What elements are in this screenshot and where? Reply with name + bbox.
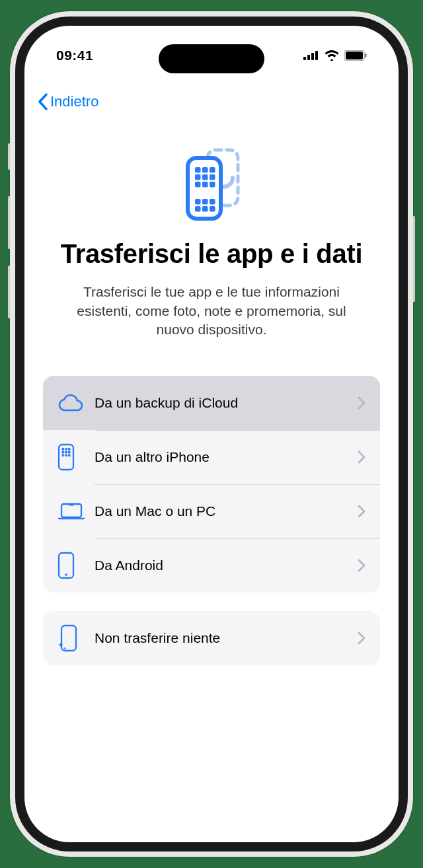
svg-rect-3 — [315, 51, 318, 60]
svg-rect-25 — [62, 448, 65, 451]
laptop-icon — [58, 502, 92, 521]
option-group-nothing: Non trasferire niente — [43, 611, 380, 665]
status-time: 09:41 — [56, 48, 93, 63]
chevron-right-icon — [358, 632, 365, 645]
svg-rect-27 — [68, 448, 71, 451]
wifi-icon — [325, 50, 339, 61]
phone-frame: 09:41 — [10, 11, 413, 857]
phone-bezel: 09:41 — [15, 17, 408, 851]
dynamic-island — [159, 44, 264, 73]
battery-icon — [344, 50, 367, 61]
svg-rect-13 — [202, 174, 208, 180]
svg-rect-19 — [202, 199, 208, 205]
svg-rect-16 — [202, 182, 208, 188]
cloud-icon — [58, 394, 92, 412]
svg-rect-30 — [68, 451, 71, 454]
svg-rect-11 — [210, 167, 215, 173]
iphone-icon — [58, 443, 92, 471]
option-android[interactable]: Da Android — [43, 538, 380, 593]
svg-rect-18 — [195, 199, 201, 205]
svg-rect-35 — [69, 504, 74, 506]
option-icloud-backup[interactable]: Da un backup di iCloud — [43, 376, 380, 430]
back-button[interactable]: Indietro — [38, 93, 98, 110]
option-label: Da Android — [92, 558, 358, 573]
svg-rect-14 — [210, 174, 215, 180]
svg-rect-28 — [62, 451, 65, 454]
android-phone-icon — [58, 552, 92, 579]
screen: 09:41 — [24, 26, 399, 842]
svg-rect-34 — [61, 504, 81, 517]
options-container: Da un backup di iCloud — [24, 339, 399, 665]
volume-down-button — [8, 266, 10, 318]
option-label: Da un backup di iCloud — [92, 395, 358, 411]
back-label: Indietro — [50, 93, 98, 110]
cellular-signal-icon — [303, 51, 319, 60]
svg-rect-15 — [195, 182, 201, 188]
svg-rect-31 — [62, 454, 65, 457]
transfer-hero-icon — [24, 117, 399, 238]
option-another-iphone[interactable]: Da un altro iPhone — [43, 430, 380, 484]
svg-rect-12 — [195, 174, 201, 180]
svg-rect-32 — [65, 454, 67, 457]
nav-bar: Indietro — [24, 72, 399, 117]
svg-rect-10 — [202, 167, 208, 173]
silent-switch — [8, 143, 10, 170]
svg-rect-29 — [65, 451, 67, 454]
svg-point-38 — [65, 573, 67, 576]
svg-rect-1 — [307, 55, 310, 60]
option-label: Da un Mac o un PC — [92, 503, 358, 519]
chevron-right-icon — [358, 505, 365, 518]
page-title: Trasferisci le app e i dati — [24, 238, 399, 270]
svg-rect-21 — [195, 206, 201, 212]
option-label: Non trasferire niente — [92, 630, 358, 646]
svg-rect-20 — [210, 199, 215, 205]
svg-rect-9 — [195, 167, 201, 173]
svg-rect-6 — [365, 54, 367, 57]
page-subtitle: Trasferisci le tue app e le tue informaz… — [24, 270, 399, 339]
svg-rect-22 — [202, 206, 208, 212]
svg-rect-23 — [210, 206, 215, 212]
chevron-right-icon — [358, 559, 365, 572]
svg-rect-5 — [346, 52, 363, 59]
chevron-right-icon — [358, 396, 365, 410]
svg-rect-17 — [210, 182, 215, 188]
option-group-sources: Da un backup di iCloud — [43, 376, 380, 593]
volume-up-button — [8, 196, 10, 249]
option-transfer-nothing[interactable]: Non trasferire niente — [43, 611, 380, 665]
svg-rect-33 — [68, 454, 71, 457]
option-mac-pc[interactable]: Da un Mac o un PC — [43, 484, 380, 538]
status-icons — [303, 50, 367, 61]
svg-rect-0 — [303, 57, 306, 60]
option-label: Da un altro iPhone — [92, 449, 358, 465]
svg-rect-39 — [61, 626, 76, 651]
power-button — [413, 216, 415, 302]
svg-rect-26 — [65, 448, 67, 451]
chevron-right-icon — [358, 451, 365, 464]
chevron-left-icon — [38, 93, 48, 110]
svg-rect-2 — [311, 53, 314, 60]
sparkle-phone-icon — [58, 624, 92, 653]
